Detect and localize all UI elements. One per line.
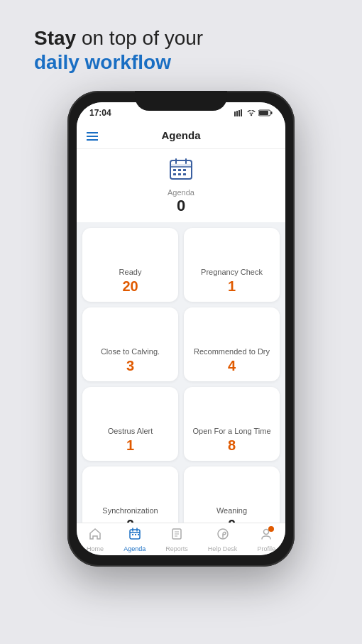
svg-rect-68 bbox=[132, 534, 133, 535]
weaning-value: 0 bbox=[228, 517, 236, 523]
svg-rect-18 bbox=[183, 173, 186, 175]
pregnancy-check-label: Pregnancy Check bbox=[201, 268, 263, 276]
home-icon bbox=[89, 528, 102, 544]
synchronization-label: Synchronization bbox=[102, 506, 158, 515]
phone-notch bbox=[135, 91, 227, 111]
svg-rect-16 bbox=[173, 173, 176, 175]
svg-rect-17 bbox=[178, 173, 181, 175]
recommended-to-dry-label: Recommended to Dry bbox=[194, 347, 270, 356]
agenda-summary: Agenda 0 bbox=[77, 149, 285, 222]
hero-blue: daily workflow bbox=[34, 51, 362, 74]
nav-reports[interactable]: Reports bbox=[165, 528, 188, 552]
svg-rect-14 bbox=[178, 169, 181, 171]
close-to-calving-label: Close to Calving. bbox=[101, 347, 160, 356]
nav-home[interactable]: Home bbox=[87, 528, 104, 552]
svg-rect-13 bbox=[173, 169, 176, 171]
reports-icon bbox=[170, 528, 183, 544]
hero-regular: on top of your bbox=[82, 27, 203, 49]
recommended-to-dry-value: 4 bbox=[228, 358, 236, 374]
open-for-long-time-label: Open For a Long Time bbox=[192, 427, 270, 435]
svg-rect-2 bbox=[238, 110, 240, 116]
screen-content[interactable]: Agenda 0 bbox=[77, 149, 285, 523]
status-time: 17:04 bbox=[89, 108, 111, 118]
nav-reports-label: Reports bbox=[165, 545, 188, 552]
nav-help-desk-label: Help Desk bbox=[208, 545, 238, 552]
oestrus-alert-value: 1 bbox=[126, 437, 134, 454]
nav-agenda-label: Agenda bbox=[124, 545, 146, 552]
svg-rect-1 bbox=[236, 111, 238, 116]
agenda-count: 0 bbox=[177, 197, 185, 215]
weaning-label: Weaning bbox=[216, 506, 247, 515]
agenda-calendar-icon bbox=[168, 156, 194, 187]
hero-section: Stay on top of your daily workflow bbox=[0, 26, 362, 74]
nav-home-label: Home bbox=[87, 545, 104, 552]
open-for-long-time-value: 8 bbox=[228, 437, 236, 454]
svg-point-4 bbox=[251, 114, 252, 116]
svg-point-76 bbox=[222, 537, 224, 539]
close-to-calving-value: 3 bbox=[126, 358, 134, 374]
hero-bold: Stay bbox=[34, 27, 76, 49]
ready-value: 20 bbox=[122, 278, 138, 295]
nav-profile[interactable]: Profile bbox=[257, 528, 275, 552]
svg-rect-15 bbox=[183, 169, 186, 171]
card-ready[interactable]: Ready 20 bbox=[82, 228, 178, 302]
svg-rect-69 bbox=[135, 534, 136, 535]
status-icons bbox=[234, 109, 273, 116]
card-open-for-long-time[interactable]: Open For a Long Time 8 bbox=[184, 387, 280, 461]
nav-help-desk[interactable]: Help Desk bbox=[208, 528, 238, 552]
synchronization-value: 0 bbox=[126, 517, 134, 523]
card-pregnancy-check[interactable]: Pregnancy Check 1 bbox=[184, 228, 280, 302]
ready-label: Ready bbox=[119, 268, 142, 276]
svg-rect-70 bbox=[138, 534, 139, 535]
card-synchronization[interactable]: Synchronization 0 bbox=[82, 466, 178, 523]
profile-badge bbox=[260, 528, 273, 544]
svg-rect-3 bbox=[241, 109, 242, 116]
profile-badge-dot bbox=[268, 526, 274, 532]
card-weaning[interactable]: Weaning 0 bbox=[184, 466, 280, 523]
pregnancy-check-value: 1 bbox=[228, 278, 236, 295]
hamburger-icon[interactable] bbox=[87, 132, 98, 141]
cards-grid: Ready 20 bbox=[77, 228, 285, 523]
help-desk-icon bbox=[216, 528, 229, 544]
card-close-to-calving[interactable]: Close to Calving. 3 bbox=[82, 307, 178, 381]
svg-rect-7 bbox=[259, 111, 268, 115]
phone-shell: 17:04 Agenda bbox=[67, 91, 295, 567]
nav-profile-label: Profile bbox=[257, 545, 275, 552]
svg-rect-6 bbox=[271, 111, 273, 114]
phone-screen: 17:04 Agenda bbox=[77, 102, 285, 555]
oestrus-alert-label: Oestrus Alert bbox=[108, 427, 153, 435]
nav-agenda[interactable]: Agenda bbox=[124, 528, 146, 552]
header-title: Agenda bbox=[161, 129, 200, 141]
agenda-label: Agenda bbox=[168, 188, 194, 197]
svg-rect-0 bbox=[234, 111, 236, 116]
card-recommended-to-dry[interactable]: Recommended to Dry 4 bbox=[184, 307, 280, 381]
agenda-nav-icon bbox=[128, 528, 141, 544]
card-oestrus-alert[interactable]: Oestrus Alert 1 bbox=[82, 387, 178, 461]
bottom-nav: Home Agenda bbox=[77, 523, 285, 555]
